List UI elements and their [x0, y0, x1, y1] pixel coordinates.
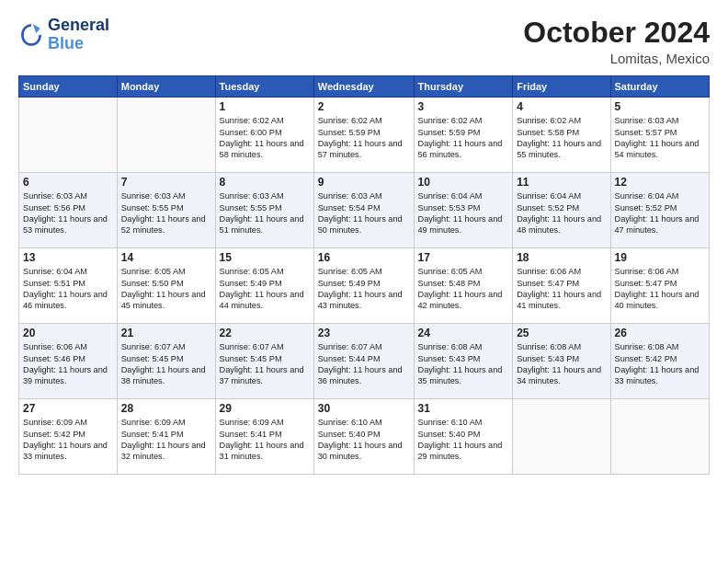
calendar-cell: 6Sunrise: 6:03 AM Sunset: 5:56 PM Daylig… [19, 173, 118, 248]
day-info: Sunrise: 6:04 AM Sunset: 5:52 PM Dayligh… [517, 190, 606, 236]
calendar-cell: 2Sunrise: 6:02 AM Sunset: 5:59 PM Daylig… [313, 98, 414, 173]
calendar-cell: 7Sunrise: 6:03 AM Sunset: 5:55 PM Daylig… [117, 173, 215, 248]
day-info: Sunrise: 6:06 AM Sunset: 5:47 PM Dayligh… [517, 266, 606, 312]
day-number: 24 [418, 327, 509, 339]
day-info: Sunrise: 6:03 AM Sunset: 5:57 PM Dayligh… [615, 115, 706, 161]
day-info: Sunrise: 6:06 AM Sunset: 5:46 PM Dayligh… [23, 341, 113, 387]
day-info: Sunrise: 6:08 AM Sunset: 5:43 PM Dayligh… [418, 341, 509, 387]
day-info: Sunrise: 6:07 AM Sunset: 5:44 PM Dayligh… [318, 341, 410, 387]
day-info: Sunrise: 6:02 AM Sunset: 6:00 PM Dayligh… [220, 115, 310, 161]
day-info: Sunrise: 6:03 AM Sunset: 5:55 PM Dayligh… [121, 190, 211, 236]
calendar-cell: 23Sunrise: 6:07 AM Sunset: 5:44 PM Dayli… [313, 324, 414, 399]
day-number: 9 [318, 176, 410, 189]
day-info: Sunrise: 6:09 AM Sunset: 5:42 PM Dayligh… [23, 417, 113, 463]
calendar-cell: 26Sunrise: 6:08 AM Sunset: 5:42 PM Dayli… [610, 324, 710, 399]
day-info: Sunrise: 6:08 AM Sunset: 5:42 PM Dayligh… [615, 341, 706, 387]
calendar-cell [513, 399, 610, 475]
day-number: 29 [220, 402, 310, 415]
calendar-cell: 5Sunrise: 6:03 AM Sunset: 5:57 PM Daylig… [610, 98, 710, 173]
calendar-cell: 8Sunrise: 6:03 AM Sunset: 5:55 PM Daylig… [215, 173, 313, 248]
day-of-week-header: Thursday [414, 76, 513, 98]
day-number: 30 [318, 402, 410, 415]
header: General Blue October 2024 Lomitas, Mexic… [18, 17, 710, 66]
day-info: Sunrise: 6:05 AM Sunset: 5:49 PM Dayligh… [220, 266, 310, 312]
day-info: Sunrise: 6:05 AM Sunset: 5:48 PM Dayligh… [418, 266, 509, 312]
day-number: 17 [418, 251, 509, 264]
day-number: 1 [220, 100, 310, 113]
calendar-cell: 18Sunrise: 6:06 AM Sunset: 5:47 PM Dayli… [513, 248, 610, 324]
day-of-week-header: Tuesday [215, 76, 313, 98]
day-info: Sunrise: 6:02 AM Sunset: 5:59 PM Dayligh… [418, 115, 509, 161]
logo-text: General Blue [48, 17, 109, 53]
day-of-week-header: Friday [513, 76, 610, 98]
day-info: Sunrise: 6:04 AM Sunset: 5:52 PM Dayligh… [615, 190, 706, 236]
day-number: 12 [615, 176, 706, 189]
calendar-cell: 24Sunrise: 6:08 AM Sunset: 5:43 PM Dayli… [414, 324, 513, 399]
day-info: Sunrise: 6:07 AM Sunset: 5:45 PM Dayligh… [121, 341, 211, 387]
day-info: Sunrise: 6:04 AM Sunset: 5:51 PM Dayligh… [23, 266, 113, 312]
calendar-cell: 11Sunrise: 6:04 AM Sunset: 5:52 PM Dayli… [513, 173, 610, 248]
calendar-cell: 28Sunrise: 6:09 AM Sunset: 5:41 PM Dayli… [117, 399, 215, 475]
calendar-week-row: 1Sunrise: 6:02 AM Sunset: 6:00 PM Daylig… [19, 98, 710, 173]
day-info: Sunrise: 6:04 AM Sunset: 5:53 PM Dayligh… [418, 190, 509, 236]
day-number: 2 [318, 100, 410, 113]
calendar-cell: 29Sunrise: 6:09 AM Sunset: 5:41 PM Dayli… [215, 399, 313, 475]
calendar-week-row: 27Sunrise: 6:09 AM Sunset: 5:42 PM Dayli… [19, 399, 710, 475]
calendar-week-row: 20Sunrise: 6:06 AM Sunset: 5:46 PM Dayli… [19, 324, 710, 399]
day-number: 25 [517, 327, 606, 339]
day-of-week-header: Monday [117, 76, 215, 98]
day-number: 28 [121, 402, 211, 415]
day-number: 26 [615, 327, 706, 339]
calendar-cell: 16Sunrise: 6:05 AM Sunset: 5:49 PM Dayli… [313, 248, 414, 324]
day-info: Sunrise: 6:03 AM Sunset: 5:56 PM Dayligh… [23, 190, 113, 236]
day-info: Sunrise: 6:05 AM Sunset: 5:49 PM Dayligh… [318, 266, 410, 312]
calendar-cell: 25Sunrise: 6:08 AM Sunset: 5:43 PM Dayli… [513, 324, 610, 399]
calendar-cell: 21Sunrise: 6:07 AM Sunset: 5:45 PM Dayli… [117, 324, 215, 399]
day-number: 15 [220, 251, 310, 264]
day-info: Sunrise: 6:02 AM Sunset: 5:58 PM Dayligh… [517, 115, 606, 161]
calendar-cell: 12Sunrise: 6:04 AM Sunset: 5:52 PM Dayli… [610, 173, 710, 248]
calendar-cell: 1Sunrise: 6:02 AM Sunset: 6:00 PM Daylig… [215, 98, 313, 173]
calendar-cell: 3Sunrise: 6:02 AM Sunset: 5:59 PM Daylig… [414, 98, 513, 173]
day-info: Sunrise: 6:09 AM Sunset: 5:41 PM Dayligh… [121, 417, 211, 463]
day-number: 21 [121, 327, 211, 339]
day-number: 22 [220, 327, 310, 339]
calendar-cell: 15Sunrise: 6:05 AM Sunset: 5:49 PM Dayli… [215, 248, 313, 324]
day-number: 20 [23, 327, 113, 339]
day-info: Sunrise: 6:06 AM Sunset: 5:47 PM Dayligh… [615, 266, 706, 312]
day-info: Sunrise: 6:02 AM Sunset: 5:59 PM Dayligh… [318, 115, 410, 161]
calendar: SundayMondayTuesdayWednesdayThursdayFrid… [18, 75, 710, 475]
day-number: 27 [23, 402, 113, 415]
calendar-cell: 14Sunrise: 6:05 AM Sunset: 5:50 PM Dayli… [117, 248, 215, 324]
calendar-cell: 4Sunrise: 6:02 AM Sunset: 5:58 PM Daylig… [513, 98, 610, 173]
day-info: Sunrise: 6:05 AM Sunset: 5:50 PM Dayligh… [121, 266, 211, 312]
day-number: 7 [121, 176, 211, 189]
calendar-cell: 17Sunrise: 6:05 AM Sunset: 5:48 PM Dayli… [414, 248, 513, 324]
calendar-cell: 13Sunrise: 6:04 AM Sunset: 5:51 PM Dayli… [19, 248, 118, 324]
calendar-cell: 10Sunrise: 6:04 AM Sunset: 5:53 PM Dayli… [414, 173, 513, 248]
day-number: 14 [121, 251, 211, 264]
location: Lomitas, Mexico [523, 51, 710, 66]
day-number: 31 [418, 402, 509, 415]
calendar-cell [610, 399, 710, 475]
day-number: 10 [418, 176, 509, 189]
day-of-week-header: Wednesday [313, 76, 414, 98]
calendar-cell: 30Sunrise: 6:10 AM Sunset: 5:40 PM Dayli… [313, 399, 414, 475]
day-info: Sunrise: 6:09 AM Sunset: 5:41 PM Dayligh… [220, 417, 310, 463]
day-info: Sunrise: 6:03 AM Sunset: 5:54 PM Dayligh… [318, 190, 410, 236]
day-info: Sunrise: 6:10 AM Sunset: 5:40 PM Dayligh… [318, 417, 410, 463]
day-info: Sunrise: 6:08 AM Sunset: 5:43 PM Dayligh… [517, 341, 606, 387]
day-number: 23 [318, 327, 410, 339]
day-number: 8 [220, 176, 310, 189]
day-of-week-header: Saturday [610, 76, 710, 98]
day-of-week-header: Sunday [19, 76, 118, 98]
day-number: 3 [418, 100, 509, 113]
day-info: Sunrise: 6:03 AM Sunset: 5:55 PM Dayligh… [220, 190, 310, 236]
logo: General Blue [18, 17, 109, 53]
day-info: Sunrise: 6:07 AM Sunset: 5:45 PM Dayligh… [220, 341, 310, 387]
calendar-cell: 22Sunrise: 6:07 AM Sunset: 5:45 PM Dayli… [215, 324, 313, 399]
calendar-cell: 27Sunrise: 6:09 AM Sunset: 5:42 PM Dayli… [19, 399, 118, 475]
calendar-week-row: 13Sunrise: 6:04 AM Sunset: 5:51 PM Dayli… [19, 248, 710, 324]
calendar-header-row: SundayMondayTuesdayWednesdayThursdayFrid… [19, 76, 710, 98]
day-number: 13 [23, 251, 113, 264]
